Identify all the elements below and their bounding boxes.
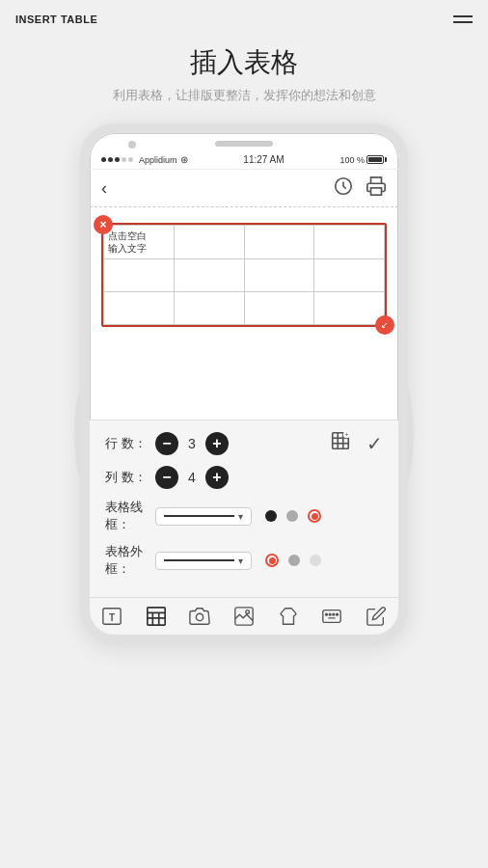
- outer-border-line-preview: [164, 559, 234, 561]
- col-value: 4: [178, 470, 205, 485]
- phone-speaker: [215, 141, 273, 147]
- shirt-tool-button[interactable]: [278, 606, 299, 627]
- svg-point-30: [333, 613, 335, 615]
- table-cell[interactable]: [244, 259, 314, 292]
- table-cell[interactable]: [244, 226, 314, 259]
- outer-dropdown-arrow-icon: ▾: [238, 556, 243, 566]
- edit-tool-button[interactable]: [366, 606, 387, 627]
- history-icon[interactable]: [333, 176, 354, 201]
- col-control: 列 数： − 4 +: [105, 466, 383, 489]
- svg-point-31: [337, 613, 339, 615]
- status-right: 100 %: [339, 155, 387, 165]
- table-cell[interactable]: [314, 292, 385, 325]
- color-red[interactable]: [308, 509, 321, 523]
- menu-button[interactable]: [453, 15, 473, 23]
- table-cell[interactable]: [314, 226, 385, 259]
- outer-color-red-selected[interactable]: [265, 554, 279, 567]
- table-cell[interactable]: [104, 259, 175, 292]
- wifi-icon: ⊛: [180, 154, 188, 165]
- outer-border-dropdown[interactable]: ▾: [155, 552, 252, 570]
- color-gray[interactable]: [286, 510, 298, 522]
- table-grid[interactable]: 点击空白 输入文字: [103, 225, 385, 325]
- table-cell[interactable]: [314, 259, 385, 292]
- col-plus-button[interactable]: +: [205, 466, 229, 489]
- status-left: Applidium ⊛: [101, 154, 188, 165]
- text-tool-button[interactable]: T: [101, 606, 122, 627]
- camera-tool-button[interactable]: [189, 606, 210, 627]
- table-cell[interactable]: [104, 292, 175, 325]
- table-tool-button[interactable]: [146, 606, 167, 627]
- color-black[interactable]: [265, 510, 277, 522]
- inner-border-colors: [265, 509, 321, 523]
- color-red-fill: [312, 513, 318, 520]
- outer-color-gray[interactable]: [288, 555, 300, 566]
- inner-border-dropdown[interactable]: ▾: [155, 507, 252, 526]
- toolbar-icons: [333, 176, 387, 201]
- bottom-toolbar: T: [90, 597, 398, 635]
- app-toolbar: ‹: [90, 170, 398, 207]
- svg-rect-14: [147, 608, 164, 625]
- table-cell-text[interactable]: 点击空白 输入文字: [104, 226, 175, 259]
- top-bar: INSERT TABLE: [0, 0, 488, 33]
- table-cell[interactable]: [174, 292, 244, 325]
- signal-dots: [101, 157, 133, 162]
- dot2: [108, 157, 113, 162]
- menu-line-2: [453, 21, 473, 23]
- menu-line-1: [453, 15, 473, 17]
- svg-point-21: [246, 610, 250, 614]
- table-cell[interactable]: [174, 259, 244, 292]
- battery-fill: [368, 157, 382, 162]
- row-plus-button[interactable]: +: [205, 432, 229, 455]
- col-minus-button[interactable]: −: [155, 466, 178, 489]
- controls-panel: 行 数： − 3 + +: [90, 420, 398, 597]
- svg-point-29: [330, 613, 332, 615]
- dot5: [128, 157, 133, 162]
- table-area: × 点击空白 输入文字: [90, 207, 398, 342]
- phone-spacer: [90, 342, 398, 420]
- page-title: 插入表格: [0, 44, 488, 81]
- status-bar: Applidium ⊛ 11:27 AM 100 %: [90, 150, 398, 170]
- dot4: [122, 157, 126, 162]
- col-label: 列 数：: [105, 469, 155, 486]
- keyboard-tool-button[interactable]: [321, 606, 342, 627]
- border-line-preview: [164, 515, 234, 517]
- inner-border-control: 表格线框： ▾: [105, 499, 383, 533]
- resize-handle[interactable]: ↙: [375, 315, 394, 335]
- outer-color-light[interactable]: [310, 555, 321, 566]
- table-insert-icon[interactable]: +: [330, 430, 351, 456]
- row-label: 行 数：: [105, 435, 155, 452]
- table-cell[interactable]: [174, 226, 244, 259]
- phone-top-bar: [90, 133, 398, 150]
- battery-body: [366, 155, 384, 164]
- svg-text:+: +: [345, 431, 349, 438]
- carrier-name: Applidium: [139, 155, 177, 165]
- confirm-button[interactable]: ✓: [366, 432, 383, 455]
- outer-border-label: 表格外框：: [105, 543, 155, 578]
- gallery-tool-button[interactable]: [233, 606, 255, 627]
- svg-point-19: [197, 613, 203, 620]
- battery-tip: [385, 157, 387, 162]
- table-wrapper[interactable]: × 点击空白 输入文字: [101, 223, 387, 327]
- dot3: [115, 157, 120, 162]
- svg-rect-22: [323, 610, 340, 623]
- table-cell[interactable]: [244, 292, 314, 325]
- dot1: [101, 157, 106, 162]
- row-minus-button[interactable]: −: [155, 432, 178, 455]
- phone-frame: Applidium ⊛ 11:27 AM 100 % ‹: [80, 123, 408, 644]
- table-row: 点击空白 输入文字: [104, 226, 385, 259]
- back-button[interactable]: ‹: [101, 178, 107, 199]
- phone-mockup: Applidium ⊛ 11:27 AM 100 % ‹: [0, 123, 488, 644]
- print-icon[interactable]: [366, 176, 387, 201]
- row-actions: + ✓: [330, 430, 383, 456]
- row-control: 行 数： − 3 + +: [105, 430, 383, 456]
- dropdown-arrow-icon: ▾: [238, 511, 243, 522]
- app-title: INSERT TABLE: [15, 14, 97, 25]
- table-row: [104, 259, 385, 292]
- outer-border-colors: [265, 554, 321, 567]
- svg-text:T: T: [109, 612, 116, 623]
- outer-color-red-fill: [269, 557, 276, 564]
- battery-icon: [366, 155, 387, 164]
- phone-camera: [128, 141, 136, 149]
- outer-border-control: 表格外框： ▾: [105, 543, 383, 578]
- delete-handle[interactable]: ×: [94, 215, 113, 234]
